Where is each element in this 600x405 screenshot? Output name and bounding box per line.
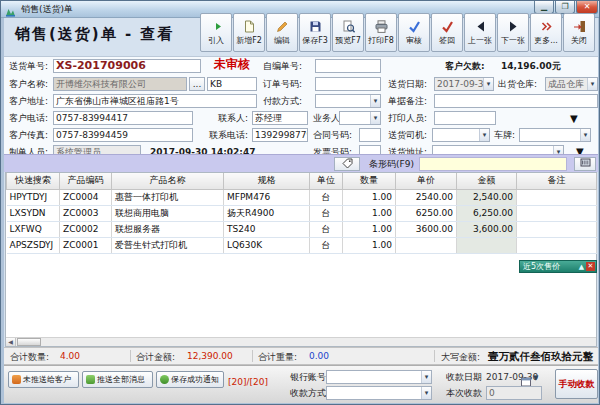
- manual-receipt-button[interactable]: 手动收款: [555, 369, 598, 399]
- customer-address-field[interactable]: 广东省佛山市禅城区祖庙路1号: [53, 94, 257, 108]
- chevron-down-icon[interactable]: ▾: [479, 129, 489, 141]
- expand-down-icon[interactable]: ▼: [570, 113, 578, 124]
- scanner-button[interactable]: [574, 157, 596, 171]
- column-header[interactable]: 数量: [343, 173, 396, 189]
- barcode-input[interactable]: [419, 157, 567, 171]
- driver-label: 送货司机:: [388, 128, 427, 142]
- customer-lookup-button[interactable]: ...: [189, 77, 205, 91]
- table-row[interactable]: APSZSDYJZC0001 爱普生针式打印机LQ630K 台1.00: [7, 237, 597, 253]
- import-icon: [210, 19, 223, 34]
- receipt-amount-field[interactable]: 0: [486, 386, 542, 400]
- blue-check-icon: [408, 19, 421, 34]
- audit-button[interactable]: 审核: [398, 13, 430, 52]
- column-header[interactable]: 产品名称: [112, 173, 224, 189]
- print-button[interactable]: 打印F8: [365, 13, 397, 52]
- column-header[interactable]: 单价: [396, 173, 457, 189]
- pencil-icon: [276, 19, 289, 34]
- close-button[interactable]: 关闭: [563, 13, 595, 52]
- save-button[interactable]: 保存F3: [299, 13, 331, 52]
- total-amount-value: 12,390.00: [187, 351, 233, 361]
- chevron-down-icon[interactable]: ▾: [370, 95, 380, 107]
- more-button[interactable]: 更多...: [530, 13, 562, 52]
- chevron-down-icon[interactable]: ▾: [421, 387, 431, 399]
- arrow-left-icon: [474, 19, 487, 34]
- delivery-no-field[interactable]: XS-201709006: [53, 59, 201, 73]
- column-header[interactable]: 快速搜索: [7, 173, 60, 189]
- previous-button[interactable]: 上一张: [464, 13, 496, 52]
- column-header[interactable]: 金额: [457, 173, 517, 189]
- total-qty-value: 4.00: [60, 351, 80, 361]
- payment-method-dropdown[interactable]: ▾: [315, 94, 381, 108]
- column-header[interactable]: 备注: [517, 173, 597, 189]
- contact-field[interactable]: 苏经理: [252, 111, 308, 125]
- recent-price-panel[interactable]: 近5次售价 ▲ ✕: [519, 260, 597, 273]
- sign-back-button[interactable]: 签回: [431, 13, 463, 52]
- warehouse-field[interactable]: 成品仓库 ▾: [545, 77, 598, 91]
- tag-icon: [342, 158, 353, 168]
- plate-dropdown[interactable]: ▾: [519, 128, 591, 142]
- import-button[interactable]: 引入: [200, 13, 232, 52]
- print-preview-icon: [342, 19, 355, 34]
- footer-bar: 未推送给客户 推送全部消息 保存成功通知 [20]/[20] 银行账号 ▾ 收款…: [4, 365, 598, 403]
- preview-button[interactable]: 预览F7: [332, 13, 364, 52]
- exit-door-icon: [573, 19, 586, 34]
- column-header[interactable]: 单位: [310, 173, 343, 189]
- chevron-down-icon[interactable]: ▼: [533, 371, 538, 385]
- save-notice-button[interactable]: 保存成功通知: [156, 371, 224, 388]
- next-button[interactable]: 下一张: [497, 13, 529, 52]
- chevron-down-icon[interactable]: ▾: [587, 78, 597, 90]
- collapse-up-icon[interactable]: ▲: [577, 263, 586, 271]
- contact-phone-label: 联系电话:: [200, 128, 248, 142]
- delivery-no-label: 送货单号:: [9, 59, 48, 73]
- order-no-label: 订单号码:: [263, 77, 302, 91]
- customer-fax-field[interactable]: 0757-83994459: [53, 128, 193, 142]
- app-window: 销售(送货)单 ▁ ❐ ✕ 销售(送货)单 - 查看 引入 新增F2 编辑 保存…: [0, 0, 600, 405]
- doc-remark-field[interactable]: [434, 94, 598, 108]
- toolbar: 引入 新增F2 编辑 保存F3 预览F7 打印F8 审核 签回: [200, 13, 596, 52]
- horizontal-scrollbar[interactable]: ◀: [6, 337, 596, 346]
- push-counter: [20]/[20]: [228, 375, 268, 389]
- printer-label: 打印人员:: [388, 111, 427, 125]
- not-pushed-button[interactable]: 未推送给客户: [8, 371, 79, 388]
- new-button[interactable]: 新增F2: [233, 13, 265, 52]
- customer-phone-label: 客户电话:: [9, 111, 48, 125]
- scrollbar-thumb[interactable]: [17, 338, 41, 346]
- barcode-strip: 条形码(F9): [4, 154, 598, 172]
- bank-account-dropdown[interactable]: ▾: [326, 370, 432, 384]
- contact-phone-field[interactable]: 13929987799: [252, 128, 308, 142]
- notice-icon: [160, 375, 169, 384]
- chevron-down-icon[interactable]: ▾: [421, 371, 431, 383]
- column-header[interactable]: 产品编码: [60, 173, 112, 189]
- chevron-down-icon[interactable]: ▾: [580, 129, 590, 141]
- customer-phone-field[interactable]: 0757-83994417: [53, 111, 193, 125]
- pay-method-label: 收款方式: [290, 386, 326, 400]
- table-row[interactable]: LXFWQZC0002 联想服务器TS240 台1.00 3600.003,60…: [7, 221, 597, 237]
- order-no-field[interactable]: [315, 77, 381, 91]
- pay-method-dropdown[interactable]: ▾: [326, 386, 432, 400]
- recent-price-label: 近5次售价: [520, 261, 577, 272]
- scroll-left-icon[interactable]: ◀: [6, 338, 16, 346]
- printer-field[interactable]: [434, 111, 496, 125]
- customer-address-label: 客户地址:: [9, 94, 48, 108]
- audit-status: 未审核: [214, 57, 250, 71]
- red-check-icon: [441, 19, 454, 34]
- chevron-down-icon[interactable]: ▾: [370, 112, 380, 124]
- calendar-dropdown-icon[interactable]: ▾: [483, 78, 493, 90]
- contact-label: 联系人:: [200, 111, 248, 125]
- push-all-button[interactable]: 推送全部消息: [82, 371, 153, 388]
- tag-button[interactable]: [334, 157, 360, 171]
- driver-dropdown[interactable]: ▾: [432, 128, 490, 142]
- customer-fax-label: 客户传真:: [9, 128, 48, 142]
- receipt-date-label: 收款日期: [446, 370, 482, 384]
- custom-no-field[interactable]: [315, 59, 381, 73]
- delivery-date-field[interactable]: 2017-09-30 ▾: [434, 77, 494, 91]
- table-row[interactable]: HPYTDYJZC0004 惠普一体打印机MFPM476 台1.00 2540.…: [7, 189, 597, 205]
- column-header[interactable]: 规格: [224, 173, 310, 189]
- close-panel-icon[interactable]: ✕: [586, 262, 595, 271]
- receipt-amount-label: 本次收款: [446, 386, 482, 400]
- salesperson-dropdown[interactable]: ▾: [339, 111, 381, 125]
- customer-code-field[interactable]: KB: [207, 77, 257, 91]
- contract-no-field[interactable]: [359, 128, 381, 142]
- table-row[interactable]: LXSYDNZC0003 联想商用电脑扬天R4900 台1.00 6250.00…: [7, 205, 597, 221]
- edit-button[interactable]: 编辑: [266, 13, 298, 52]
